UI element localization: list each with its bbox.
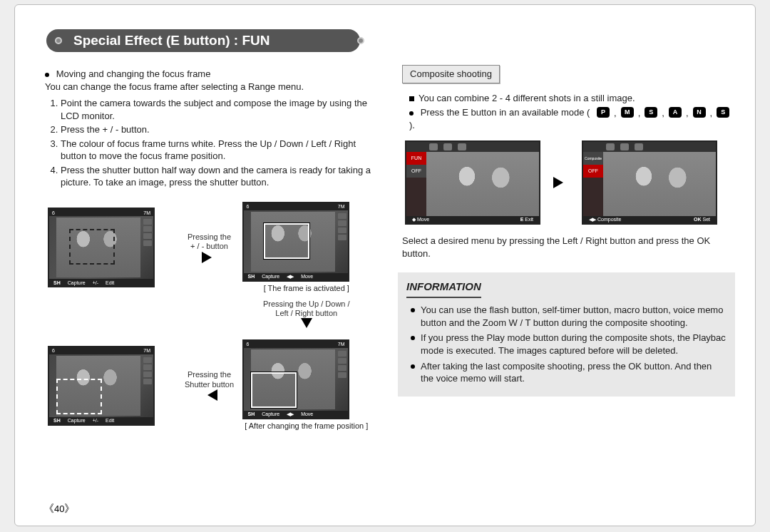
manual-page: Special Effect (E button) : FUN Moving a… (14, 4, 756, 526)
title-bullet-right (357, 37, 364, 44)
page-title: Special Effect (E button) : FUN (73, 33, 270, 48)
arrow-left-icon (181, 389, 238, 401)
lcd-edit: Edit (106, 280, 114, 286)
info-item: If you press the Play mode button during… (411, 332, 727, 357)
lcd-fig-d: 67M SHCapture+/-Edit (48, 346, 177, 426)
lcd-sh: SH (53, 280, 61, 286)
lcd-move: Move (301, 273, 313, 280)
mode-icon: M (621, 107, 634, 118)
lcd-top-res: 7M (143, 210, 150, 216)
mid-label-3: Pressing the Shutter button (181, 370, 238, 389)
steps-list: Point the camera towards the subject and… (61, 97, 371, 189)
focus-frame-active (264, 223, 309, 259)
fig-caption-c: [ After changing the frame position ] (242, 421, 371, 431)
left-column: Moving and changing the focus frame You … (35, 63, 378, 513)
composite-shooting-tab: Composite shooting (402, 65, 500, 83)
page-number: 《40》 (43, 502, 75, 516)
step-item: Point the camera towards the subject and… (61, 97, 371, 122)
menu-composite: Composite (583, 152, 603, 165)
information-list: You can use the flash button, self-timer… (411, 304, 727, 384)
press-e-end: ). (409, 120, 415, 131)
information-header: INFORMATION (406, 280, 481, 298)
menu-fun: FUN (406, 152, 426, 165)
focus-frame-moved (251, 372, 297, 408)
comp-l-exit: Exit (525, 217, 533, 222)
comp-l-move: Move (417, 217, 429, 222)
lead-title: Moving and changing the focus frame (56, 68, 211, 79)
bullet-icon (409, 111, 414, 116)
figure-grid: 67M SHCapture+/-Edit Pressing the + / - … (48, 202, 371, 437)
after-comp-text: Select a desired menu by pressing the Le… (402, 235, 735, 260)
comp-r-composite: Composite (597, 217, 621, 222)
menu-off: OFF (406, 165, 426, 178)
page-title-bar: Special Effect (E button) : FUN (46, 29, 360, 52)
info-item: You can use the flash button, self-timer… (411, 304, 727, 329)
step-item: The colour of focus frame turns white. P… (61, 138, 371, 163)
lcd-capture: Capture (68, 280, 86, 286)
arrow-right-icon (181, 252, 238, 263)
mode-icon: S (717, 107, 729, 118)
mid-label-2: Pressing the Up / Down / Left / Right bu… (242, 300, 371, 318)
mode-icon: S (645, 107, 657, 118)
focus-frame (69, 229, 115, 265)
mid-col-3: Pressing the Shutter button (181, 370, 238, 400)
mid-label-1: Pressing the + / - button (181, 232, 238, 251)
combine-text: You can combine 2 - 4 different shots in… (419, 93, 635, 103)
bullet-icon (45, 73, 49, 77)
mid-col-2: Pressing the Up / Down / Left / Right bu… (242, 300, 371, 334)
arrow-down-icon (242, 318, 371, 334)
lcd-fig-a: 67M SHCapture+/-Edit (48, 208, 177, 287)
info-item: After taking the last composite shooting… (411, 360, 727, 385)
mode-icon: N (693, 107, 706, 118)
menu-off: OFF (583, 165, 603, 178)
step-item: Press the shutter button half way down a… (61, 164, 371, 189)
fig-caption-b: [ The frame is activated ] (242, 283, 371, 294)
composite-figure-row: FUN OFF ◆ Move E Exit Composite OF (405, 140, 735, 225)
composite-lcd-right: Composite OFF ◀▶ Composite OK Set (582, 140, 717, 225)
lcd-fig-c: 67M SHCapture◀▶Move [ After changing the… (242, 339, 371, 431)
mode-icon-row: P, M, S, A, N, S (597, 107, 729, 120)
mode-icon: A (669, 107, 682, 118)
lcd-fig-b: 67M SHCapture◀▶Move [ The frame is activ… (242, 202, 371, 294)
press-e-text: Press the E button in an available mode … (421, 107, 590, 118)
arrow-right-icon (553, 177, 569, 188)
title-bullet-left (55, 37, 62, 44)
right-column: Composite shooting You can combine 2 - 4… (392, 63, 735, 513)
mode-icon: P (597, 107, 610, 118)
information-box: INFORMATION You can use the flash button… (398, 272, 735, 397)
lcd-top-count: 6 (52, 210, 55, 216)
focus-frame (56, 379, 102, 414)
comp-l-e: E (520, 217, 524, 222)
lead-sub: You can change the focus frame after sel… (45, 81, 304, 92)
step-item: Press the + / - button. (61, 123, 371, 136)
comp-r-set: Set (703, 217, 711, 222)
square-bullet-icon (409, 96, 414, 101)
composite-lcd-left: FUN OFF ◆ Move E Exit (405, 140, 540, 225)
comp-r-ok: OK (694, 217, 702, 222)
mid-col-1: Pressing the + / - button (181, 232, 238, 262)
